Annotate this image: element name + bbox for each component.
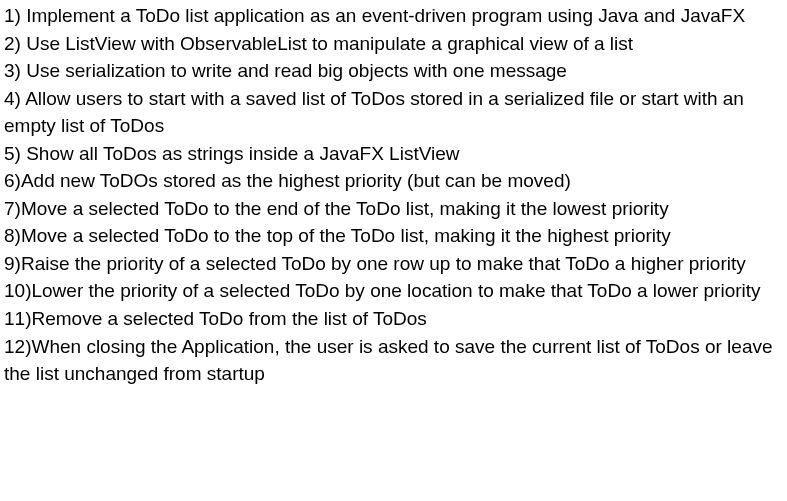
item-text: Use serialization to write and read big …	[26, 60, 567, 81]
item-number: 12)	[4, 336, 31, 357]
item-number: 3)	[4, 60, 26, 81]
item-text: Move a selected ToDo to the end of the T…	[21, 198, 669, 219]
item-number: 2)	[4, 33, 26, 54]
list-item: 1) Implement a ToDo list application as …	[4, 2, 783, 30]
item-text: Move a selected ToDo to the top of the T…	[21, 225, 671, 246]
item-text: Implement a ToDo list application as an …	[26, 5, 745, 26]
item-number: 5)	[4, 143, 26, 164]
item-number: 9)	[4, 253, 21, 274]
item-number: 1)	[4, 5, 26, 26]
item-text: Use ListView with ObservableList to mani…	[26, 33, 633, 54]
item-number: 6)	[4, 170, 21, 191]
item-number: 4)	[4, 88, 25, 109]
item-text: Allow users to start with a saved list o…	[4, 88, 744, 137]
item-number: 8)	[4, 225, 21, 246]
list-item: 11)Remove a selected ToDo from the list …	[4, 305, 783, 333]
list-item: 8)Move a selected ToDo to the top of the…	[4, 222, 783, 250]
list-item: 9)Raise the priority of a selected ToDo …	[4, 250, 783, 278]
item-text: Remove a selected ToDo from the list of …	[31, 308, 426, 329]
list-item: 6)Add new ToDOs stored as the highest pr…	[4, 167, 783, 195]
list-item: 5) Show all ToDos as strings inside a Ja…	[4, 140, 783, 168]
item-text: Show all ToDos as strings inside a JavaF…	[26, 143, 459, 164]
requirements-list: 1) Implement a ToDo list application as …	[4, 2, 783, 388]
list-item: 7)Move a selected ToDo to the end of the…	[4, 195, 783, 223]
item-number: 10)	[4, 280, 31, 301]
item-text: Add new ToDOs stored as the highest prio…	[21, 170, 571, 191]
item-number: 11)	[4, 308, 31, 329]
list-item: 2) Use ListView with ObservableList to m…	[4, 30, 783, 58]
item-text: When closing the Application, the user i…	[4, 336, 773, 385]
list-item: 4) Allow users to start with a saved lis…	[4, 85, 783, 140]
list-item: 3) Use serialization to write and read b…	[4, 57, 783, 85]
list-item: 12)When closing the Application, the use…	[4, 333, 783, 388]
item-text: Lower the priority of a selected ToDo by…	[31, 280, 760, 301]
item-text: Raise the priority of a selected ToDo by…	[21, 253, 746, 274]
list-item: 10)Lower the priority of a selected ToDo…	[4, 277, 783, 305]
item-number: 7)	[4, 198, 21, 219]
